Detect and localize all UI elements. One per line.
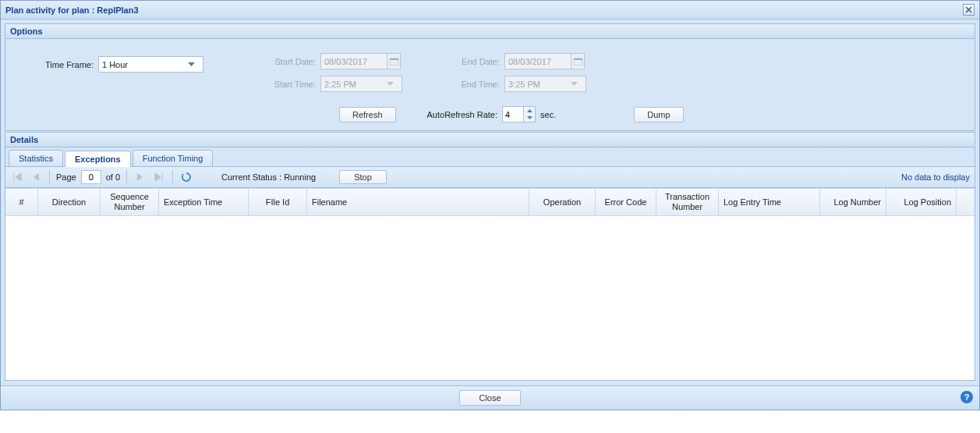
no-data-label: No data to display — [901, 172, 970, 182]
col-file-id[interactable]: FIle Id — [249, 189, 307, 215]
timeframe-value: 1 Hour — [102, 60, 128, 69]
pager-prev-icon[interactable] — [29, 170, 43, 184]
col-spacer — [957, 189, 975, 215]
timeframe-label: Time Frame: — [35, 60, 94, 69]
current-status-label: Current Status : — [221, 172, 281, 182]
pager-first-icon[interactable] — [10, 170, 24, 184]
window-footer: Close ? — [1, 385, 979, 410]
col-filename[interactable]: Filename — [307, 189, 529, 215]
col-log-entry-time[interactable]: Log Entry Time — [719, 189, 820, 215]
tab-function-timing[interactable]: Function Timing — [133, 150, 214, 166]
start-date-label: Start Date: — [261, 57, 316, 66]
window-header: Plan activity for plan : ReplPlan3 — [1, 1, 979, 20]
col-transaction-number[interactable]: Transaction Number — [656, 189, 719, 215]
tab-statistics[interactable]: Statistics — [9, 150, 63, 166]
close-button[interactable]: Close — [459, 390, 520, 406]
autorefresh-label: AutoRefresh Rate: — [427, 110, 498, 119]
page-label: Page — [56, 172, 76, 182]
calendar-icon[interactable] — [387, 53, 401, 69]
col-num[interactable]: # — [5, 189, 38, 215]
grid-header-row: # Direction Sequence Number Exception Ti… — [5, 189, 975, 216]
end-date-input[interactable] — [504, 53, 571, 69]
end-time-select[interactable]: 3:25 PM — [504, 76, 586, 92]
details-panel: Details Statistics Exceptions Function T… — [5, 132, 975, 381]
pager-next-icon[interactable] — [133, 170, 147, 184]
end-date-field[interactable] — [504, 53, 585, 69]
grid-toolbar: Page of 0 Current Status : Running Stop … — [5, 167, 975, 188]
svg-rect-1 — [390, 59, 398, 60]
end-time-label: End Time: — [449, 80, 500, 89]
page-of-label: of 0 — [106, 172, 120, 182]
grid-body — [5, 216, 975, 380]
svg-rect-3 — [574, 59, 582, 60]
col-log-position[interactable]: Log Position — [886, 189, 957, 215]
refresh-button[interactable]: Refresh — [339, 107, 396, 122]
window-plan-activity: Plan activity for plan : ReplPlan3 Optio… — [0, 0, 980, 410]
autorefresh-unit: sec. — [540, 110, 556, 119]
start-time-select[interactable]: 2:25 PM — [320, 76, 402, 92]
calendar-icon[interactable] — [571, 53, 585, 69]
options-panel-header: Options — [5, 24, 975, 39]
col-error-code[interactable]: Error Code — [596, 189, 656, 215]
close-icon[interactable] — [963, 4, 975, 16]
end-date-label: End Date: — [449, 57, 500, 66]
details-panel-header: Details — [5, 133, 975, 147]
timeframe-select[interactable]: 1 Hour — [98, 56, 203, 73]
col-exception-time[interactable]: Exception Time — [159, 189, 249, 215]
exceptions-grid: # Direction Sequence Number Exception Ti… — [5, 188, 975, 380]
window-title: Plan activity for plan : ReplPlan3 — [5, 5, 139, 15]
autorefresh-stepper[interactable] — [502, 106, 536, 122]
pager-last-icon[interactable] — [152, 170, 166, 184]
dump-button[interactable]: Dump — [634, 107, 683, 122]
separator — [126, 170, 127, 184]
end-time-value: 3:25 PM — [508, 80, 540, 89]
separator — [49, 170, 50, 184]
spinner-down-icon[interactable] — [524, 115, 535, 122]
chevron-down-icon — [387, 82, 398, 87]
col-direction[interactable]: Direction — [38, 189, 101, 215]
col-log-number[interactable]: Log Number — [820, 189, 886, 215]
tab-exceptions[interactable]: Exceptions — [65, 151, 131, 167]
start-time-value: 2:25 PM — [324, 80, 356, 89]
current-status-value: Running — [284, 172, 316, 182]
col-operation[interactable]: Operation — [529, 189, 596, 215]
options-panel: Options Time Frame: 1 Hour — [5, 23, 975, 131]
tabbar: Statistics Exceptions Function Timing — [5, 147, 975, 167]
autorefresh-input[interactable] — [502, 106, 524, 122]
refresh-icon[interactable] — [179, 170, 193, 184]
col-sequence-number[interactable]: Sequence Number — [101, 189, 159, 215]
help-icon[interactable]: ? — [961, 391, 973, 403]
spinner-up-icon[interactable] — [524, 107, 535, 115]
chevron-down-icon — [188, 62, 200, 67]
page-number-input[interactable] — [81, 170, 101, 184]
stop-button[interactable]: Stop — [339, 170, 387, 184]
chevron-down-icon — [571, 82, 582, 87]
start-date-input[interactable] — [320, 53, 387, 69]
start-date-field[interactable] — [320, 53, 401, 69]
start-time-label: Start Time: — [261, 80, 316, 89]
separator — [172, 170, 173, 184]
